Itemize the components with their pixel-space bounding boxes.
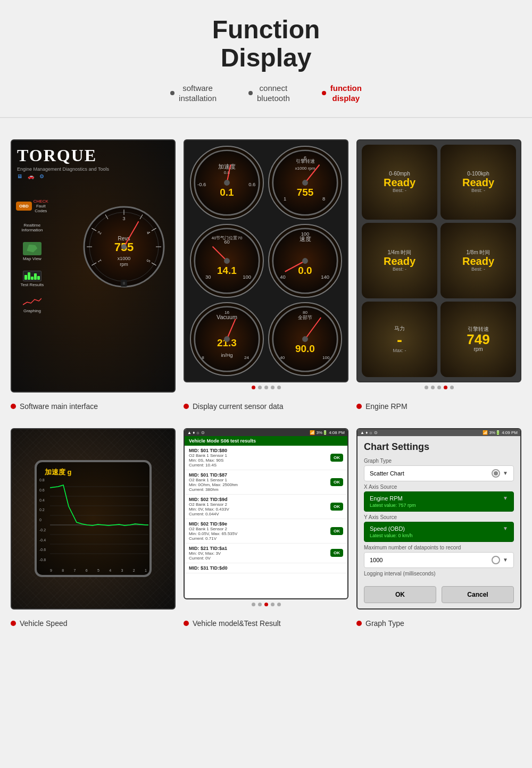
gauge-svg-6: 全部节 40 80 100 90.0 xyxy=(269,303,341,375)
check-text: CHECK xyxy=(34,199,48,204)
caption-6: Graph Type xyxy=(356,615,521,632)
caption-row-2: Vehicle Speed Vehicle model&Test Result … xyxy=(11,615,521,632)
torque-sidebar: OBD CHECK FaultCodes RealtimeInformation xyxy=(16,199,48,313)
x-axis: 9 8 7 6 5 4 3 2 1 xyxy=(50,569,147,572)
svg-text:100: 100 xyxy=(322,355,330,360)
caption-3: Engine RPM xyxy=(356,398,521,415)
step-label-software: software installation xyxy=(179,83,217,104)
x-axis-sub: Latest value: 757 rpm xyxy=(370,503,508,508)
svg-text:8: 8 xyxy=(202,355,204,360)
dot-4 xyxy=(271,386,275,389)
caption-bullet-5 xyxy=(184,621,189,626)
bar2 xyxy=(28,272,30,280)
dot-2 xyxy=(258,386,262,389)
svg-point-46 xyxy=(224,258,230,264)
speed-graph-svg xyxy=(50,477,148,565)
max-radio xyxy=(492,556,500,564)
chevron-down-icon: ▼ xyxy=(503,470,508,476)
torque-icon-1: 🖥 xyxy=(17,173,22,179)
test-item-5-header: MID: $21 TID:$a1 xyxy=(189,546,227,551)
y-label-2: 0.6 xyxy=(39,488,46,492)
bar3 xyxy=(31,277,34,280)
screenshot-row-2: 加速度 g 0.8 0.6 0.4 0.2 0 -0.2 -0.4 -0.6 -… xyxy=(11,428,521,610)
test-title-bar: Vehicle Mode S06 test results xyxy=(185,436,347,446)
max-value: 1000 xyxy=(370,557,383,563)
caption-4: Vehicle Speed xyxy=(11,615,176,632)
y-label-5: 0 xyxy=(39,518,46,522)
svg-point-38 xyxy=(302,180,308,186)
screenshot-row-1: TORQUE Engine Management Diagnostics and… xyxy=(11,139,521,393)
rpm-widget-value-horse: - xyxy=(397,332,402,348)
chart-status-left: ▲ ♦ ☼ ⊙ xyxy=(360,430,378,435)
svg-text:30: 30 xyxy=(205,274,211,280)
test-item-4-sub2: Min: 0.05V, Max: 65.535V xyxy=(189,531,237,536)
step-connect: connect bluetooth xyxy=(248,83,290,104)
torque-icons-row: 🖥 🚗 ⚙ xyxy=(17,173,169,179)
radio-inner xyxy=(494,471,498,475)
svg-text:x1000: x1000 xyxy=(118,256,131,261)
cancel-button[interactable]: Cancel xyxy=(442,586,514,603)
dot-s3-5 xyxy=(450,386,454,389)
caption-1: Software main interface xyxy=(11,398,176,415)
bar5 xyxy=(37,276,40,280)
rpm-widget-18m: 1/8m 时间 Ready Best: - xyxy=(440,223,516,298)
rpm-widget-value-engine: 749 xyxy=(467,332,489,346)
svg-text:40: 40 xyxy=(280,355,285,360)
rpm-widget-horse: 马力 - Max: - xyxy=(362,302,437,377)
graph-type-value: Scatter Chart xyxy=(370,470,404,477)
graphing-label: Graphing xyxy=(23,308,41,313)
check-badge-5: OK xyxy=(330,549,343,557)
dot-s5-5 xyxy=(277,603,281,606)
dot-s3-3 xyxy=(437,386,441,389)
x-label-4: 6 xyxy=(86,569,88,572)
obd-icon: OBD xyxy=(16,202,32,211)
y-axis-dropdown[interactable]: Speed (OBD) ▼ Latest value: 0 km/h xyxy=(364,522,514,542)
gauge-bottom-number: 8 xyxy=(121,280,127,287)
graph-icon xyxy=(23,271,41,281)
svg-text:40: 40 xyxy=(280,274,286,280)
caption-bullet-2 xyxy=(184,404,189,409)
rpm-widget-best-14m: Best: - xyxy=(393,266,406,272)
y-axis-row: Speed (OBD) ▼ xyxy=(370,525,508,532)
dot-s5-3 xyxy=(264,603,268,606)
x-label-5: 5 xyxy=(97,569,99,572)
svg-point-21 xyxy=(121,244,127,249)
test-item-5-sub3: Current: 0V xyxy=(189,556,227,561)
ok-button[interactable]: OK xyxy=(364,586,436,603)
screen4-cell: 加速度 g 0.8 0.6 0.4 0.2 0 -0.2 -0.4 -0.6 -… xyxy=(11,428,176,610)
dots-row-screen2 xyxy=(184,382,348,393)
max-dropdown[interactable]: 1000 ▼ xyxy=(364,552,514,568)
sidebar-obd: OBD CHECK FaultCodes xyxy=(16,199,48,213)
caption-bullet-3 xyxy=(356,404,362,409)
test-item-1-sub3: Current: 10.4S xyxy=(189,463,227,468)
test-item-3: MID: $02 TID:$9d O2 Bank 1 Sensor 2 Min:… xyxy=(185,495,347,519)
svg-point-63 xyxy=(224,336,230,342)
test-item-1-sub2: Min: 0S, Max: 90S xyxy=(189,458,227,463)
check-badge-2: OK xyxy=(330,478,343,486)
rpm-widget-14m: 1/4m 时间 Ready Best: - xyxy=(362,223,437,298)
test-item-2-sub3: Current: 380hm xyxy=(189,487,238,492)
test-item-2-row: MID: $01 TID:$87 O2 Bank 1 Sensor 1 Min:… xyxy=(189,472,343,492)
gauge-svg-2: 引擎转速 x1000 rpm 1 6 8 755 xyxy=(269,147,341,219)
map-shape xyxy=(27,245,37,253)
x-axis-dropdown[interactable]: Engine RPM ▼ Latest value: 757 rpm xyxy=(364,491,514,512)
step-software: software installation xyxy=(170,83,217,104)
rpm-widget-060: 0-60mph Ready Best: - xyxy=(362,145,437,220)
y-label-9: -0.8 xyxy=(39,558,46,562)
chart-status-right: 📶 3%🔋 4:09 PM xyxy=(483,430,518,435)
svg-text:1: 1 xyxy=(284,196,286,202)
test-item-2-sub1: O2 Bank 1 Sensor 1 xyxy=(189,478,238,482)
step-bullet-function xyxy=(322,91,326,95)
svg-text:x1000 rpm: x1000 rpm xyxy=(295,166,315,171)
step-function: function display xyxy=(322,83,362,104)
interval-label: Logging interval (milliseconds) xyxy=(358,568,520,578)
gauge-widget-6: 全部节 40 80 100 90.0 xyxy=(268,302,342,376)
caption-bullet-4 xyxy=(11,621,16,626)
dot-s3-1 xyxy=(425,386,428,389)
graph-type-dropdown[interactable]: Scatter Chart ▼ xyxy=(364,465,514,481)
x-label-3: 7 xyxy=(74,569,76,572)
y-label-4: 0.2 xyxy=(39,508,46,512)
test-item-5-row: MID: $21 TID:$a1 Min: 0V, Max: 3V Curren… xyxy=(189,546,343,561)
fault-codes-label: FaultCodes xyxy=(35,204,47,213)
svg-text:-0.6: -0.6 xyxy=(197,181,206,187)
